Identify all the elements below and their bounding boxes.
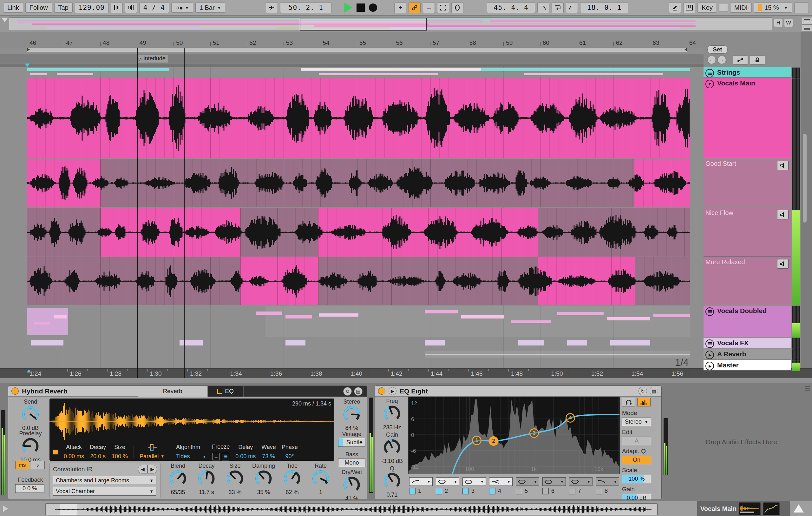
clip-lane-more-relaxed[interactable] (27, 257, 690, 305)
stereo-control[interactable]: Stereo 84 % (337, 399, 367, 432)
band-enable-checkbox-2[interactable] (436, 488, 442, 494)
device-on-toggle[interactable] (378, 387, 385, 395)
mini-clip[interactable] (425, 340, 445, 346)
track-menu-icon[interactable] (705, 69, 714, 78)
band-filter-type-dropdown[interactable]: ▼ (542, 477, 566, 486)
show-overview-toggle[interactable] (802, 17, 812, 24)
overview-height-button[interactable]: H (774, 19, 783, 27)
eq-band-handle-4[interactable]: 4 (566, 413, 575, 423)
mini-clip[interactable] (57, 73, 93, 75)
nudge-down-icon[interactable] (111, 2, 123, 13)
freeze-in-icon[interactable]: → (212, 453, 220, 460)
mini-clip[interactable] (524, 73, 664, 75)
eq-band-handle-3[interactable]: 3 (529, 428, 539, 438)
eq-band-handle-2[interactable]: 2 (489, 436, 498, 446)
predelay-knob[interactable] (21, 437, 40, 457)
punch-out-button[interactable] (566, 2, 578, 13)
mini-clip[interactable] (301, 68, 481, 71)
mini-clip[interactable] (286, 315, 312, 319)
prev-ir-button[interactable]: ◀ (138, 465, 147, 473)
scrub-area[interactable] (0, 64, 812, 67)
audition-speaker-icon[interactable] (777, 210, 788, 219)
mini-clip[interactable] (30, 73, 47, 75)
drywet-knob[interactable] (343, 476, 361, 495)
band-enable-checkbox-3[interactable] (462, 488, 469, 494)
link-button[interactable]: Link (3, 3, 23, 13)
band-enable-checkbox-7[interactable] (569, 488, 575, 494)
ir-section-icon[interactable] (53, 450, 58, 454)
loop-end-marker[interactable] (685, 48, 687, 51)
overview-viewport[interactable] (300, 18, 427, 30)
size-knob[interactable] (226, 469, 244, 489)
mini-clip[interactable] (425, 354, 690, 355)
mini-clip[interactable] (425, 310, 458, 314)
knob-blend[interactable]: Blend65/35 (164, 463, 192, 498)
clip-lane-vocals-fx[interactable] (27, 338, 690, 348)
clip-overview[interactable] (45, 503, 658, 515)
arrangement-position-field[interactable]: 50. 2. 1 (280, 2, 331, 13)
mini-clip[interactable] (607, 317, 650, 320)
hot-swap-icon[interactable]: ↻ (343, 387, 352, 396)
algorithm-selector[interactable]: Algorithm Tides▼ (176, 444, 206, 460)
prev-locator-button[interactable]: ← (707, 56, 716, 64)
locator-row[interactable]: ▷ Interlude (0, 54, 812, 64)
play-fold-icon[interactable]: ▶ (705, 351, 714, 359)
eq-gain-knob[interactable] (383, 438, 401, 458)
decay-knob[interactable] (197, 469, 216, 489)
midi-overdub-button[interactable]: + (394, 2, 406, 13)
eq-q-knob[interactable] (383, 472, 401, 492)
knob-tide[interactable]: Tide62 % (279, 463, 306, 498)
beat-time-ruler[interactable]: 46474849505152535455565758596061626364 (0, 32, 812, 48)
routing-selector[interactable]: Parallel▼ (140, 444, 164, 460)
arrangement-overview[interactable] (9, 18, 772, 31)
mode-dropdown[interactable]: Stereo▼ (622, 417, 651, 426)
damping-knob[interactable] (254, 469, 273, 489)
track-menu-icon[interactable] (705, 307, 714, 316)
band-enable-checkbox-4[interactable] (489, 488, 495, 494)
predelay-sync-toggle[interactable]: ♪ (31, 461, 45, 469)
lock-envelopes-button[interactable] (750, 56, 765, 64)
band-filter-type-dropdown[interactable]: ▼ (516, 477, 539, 486)
show-hide-detail-view-button[interactable] (793, 504, 804, 513)
clip-lane-a-reverb[interactable] (27, 349, 690, 359)
mini-clip[interactable] (610, 340, 650, 346)
quantize-menu[interactable]: 1 Bar▼ (195, 3, 226, 13)
tide-knob[interactable] (283, 469, 301, 489)
track-header-vocals-fx[interactable]: Vocals FX (703, 338, 791, 348)
eq-band-handle-1[interactable]: 1 (472, 436, 482, 445)
freeze-icon[interactable]: ✳ (222, 453, 229, 460)
tap-tempo-button[interactable]: Tap (54, 3, 72, 13)
track-header-good-start[interactable]: Good Start (703, 159, 791, 207)
save-preset-icon[interactable]: ▤ (649, 387, 658, 395)
track-menu-icon[interactable] (705, 340, 714, 348)
delay-param[interactable]: Delay0.00 ms (235, 444, 256, 460)
hot-swap-icon[interactable]: ↻ (638, 387, 647, 395)
selected-track-panel[interactable]: Vocals Main (697, 501, 790, 516)
mini-clip[interactable] (319, 314, 358, 317)
overview-width-button[interactable]: W (784, 19, 793, 27)
metronome-button[interactable]: ○●▼ (171, 3, 193, 13)
mini-clip[interactable] (654, 314, 690, 317)
mini-clip[interactable] (27, 68, 169, 71)
follow-button[interactable]: Follow (25, 3, 52, 13)
track-header-vocals-main[interactable]: ▼Vocals Main (703, 78, 791, 158)
drywet-control[interactable]: Dry/Wet 41 % (337, 469, 367, 500)
cpu-meter[interactable]: 15 %▼ (754, 3, 792, 13)
show-io-toggle[interactable] (802, 24, 812, 31)
expand-device-icon[interactable]: ▶ (388, 387, 397, 395)
device-view-handle-icon[interactable] (805, 386, 810, 399)
mini-clip[interactable] (34, 322, 50, 325)
preview-play-icon[interactable] (3, 506, 8, 512)
knob-damping[interactable]: Damping35 % (250, 463, 277, 498)
save-preset-icon[interactable]: ▤ (354, 387, 362, 396)
wave-param[interactable]: Wave73 % (261, 444, 276, 460)
eq-q-control[interactable]: Q 0.71 (377, 465, 407, 498)
band-enable-checkbox-8[interactable] (596, 488, 602, 494)
knob-size[interactable]: Size33 % (222, 463, 249, 498)
stop-button[interactable] (356, 3, 365, 12)
vertical-scrollbar[interactable] (803, 134, 807, 223)
tab-eq[interactable]: EQ (208, 386, 243, 397)
mini-clip[interactable] (319, 73, 438, 75)
spectrum-analyzer-icon[interactable] (637, 398, 650, 406)
band-filter-type-dropdown[interactable]: ▼ (489, 477, 513, 486)
